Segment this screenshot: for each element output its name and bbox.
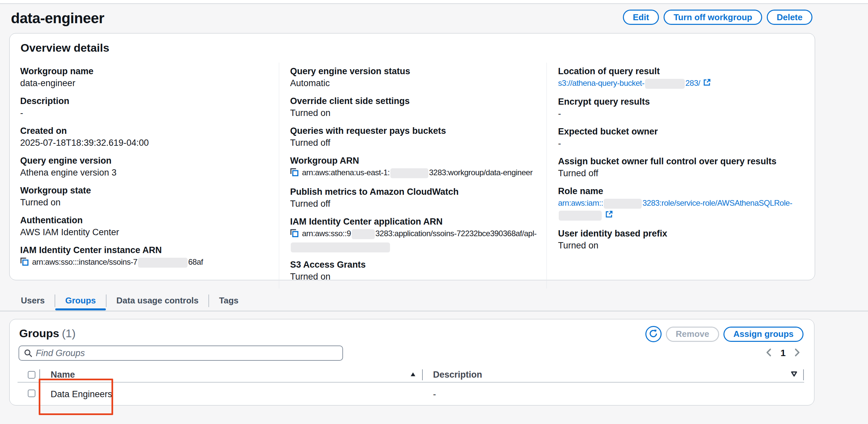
field-label: Description bbox=[20, 95, 266, 107]
field-label: Workgroup name bbox=[20, 65, 266, 77]
overview-field: Encrypt query results- bbox=[558, 96, 802, 120]
overview-field: Assign bucket owner full control over qu… bbox=[558, 156, 802, 179]
field-label: Created on bbox=[20, 125, 266, 137]
field-label: Override client side settings bbox=[290, 95, 533, 107]
value-text: AWS IAM Identity Center bbox=[20, 227, 119, 237]
value-text: 3283:application/ssoins-72232bce390368af… bbox=[375, 229, 536, 238]
external-link-icon bbox=[703, 78, 711, 90]
sort-descending-icon[interactable] bbox=[791, 371, 797, 378]
field-value: - bbox=[558, 108, 802, 120]
overview-field: S3 Access GrantsTurned on bbox=[290, 259, 533, 283]
value-text: 68af bbox=[188, 257, 203, 266]
redacted-text bbox=[138, 258, 188, 267]
overview-field: Location of query results3://athena-quer… bbox=[558, 65, 802, 90]
value-text: Turned on bbox=[20, 197, 61, 207]
chevron-left-icon bbox=[765, 348, 772, 358]
previous-page-button[interactable] bbox=[765, 348, 772, 358]
value-text: Turned on bbox=[290, 108, 331, 118]
groups-panel: Groups(1) Remove Assign groups bbox=[9, 319, 814, 405]
group-name-cell: Data Engineers bbox=[51, 384, 112, 404]
value-text: 2025-07-18T18:39:32.619-04:00 bbox=[20, 138, 149, 148]
field-value: Turned on bbox=[558, 239, 802, 251]
top-divider bbox=[0, 3, 868, 4]
field-value: Turned on bbox=[290, 107, 533, 119]
overview-details-card: Overview details Workgroup namedata-engi… bbox=[9, 33, 815, 280]
overview-field: Role namearn:aws:iam::3283:role/service-… bbox=[558, 185, 802, 222]
next-page-button[interactable] bbox=[794, 348, 801, 358]
value-text: - bbox=[558, 109, 561, 119]
field-value: arn:aws:sso::93283:application/ssoins-72… bbox=[290, 228, 533, 253]
field-label: IAM Identity Center instance ARN bbox=[20, 244, 266, 256]
value-text: Automatic bbox=[290, 78, 330, 88]
field-value: Athena engine version 3 bbox=[20, 167, 266, 178]
row-checkbox[interactable] bbox=[28, 390, 35, 397]
tab-tags[interactable]: Tags bbox=[209, 293, 248, 308]
redacted-text bbox=[352, 229, 375, 239]
overview-column-3: Location of query results3://athena-quer… bbox=[547, 63, 815, 288]
overview-field: Workgroup namedata-engineer bbox=[20, 65, 266, 89]
field-value: 2025-07-18T18:39:32.619-04:00 bbox=[20, 137, 266, 149]
redacted-text bbox=[559, 211, 602, 221]
value-text: 3283:role/service-role/AWSAthenaSQLRole- bbox=[642, 198, 792, 207]
field-label: Encrypt query results bbox=[558, 96, 802, 108]
overview-field: Query engine version statusAutomatic bbox=[290, 65, 533, 89]
find-groups-search[interactable] bbox=[19, 345, 343, 361]
field-value: arn:aws:sso:::instance/ssoins-768af bbox=[20, 256, 266, 269]
value-text: data-engineer bbox=[20, 78, 75, 88]
field-label: Assign bucket owner full control over qu… bbox=[558, 156, 802, 167]
copy-icon[interactable] bbox=[290, 168, 299, 180]
page-title: data-engineer bbox=[11, 10, 104, 27]
refresh-button[interactable] bbox=[645, 326, 661, 342]
delete-button[interactable]: Delete bbox=[767, 9, 812, 25]
field-value: Turned off bbox=[558, 167, 802, 179]
copy-icon[interactable] bbox=[20, 257, 29, 269]
field-value: Automatic bbox=[290, 77, 533, 89]
value-text: 283/ bbox=[685, 79, 700, 87]
redacted-text bbox=[604, 199, 642, 209]
field-label: User identity based prefix bbox=[558, 228, 802, 239]
group-description-cell: - bbox=[433, 384, 436, 404]
overview-field: Created on2025-07-18T18:39:32.619-04:00 bbox=[20, 125, 266, 149]
value-text: Turned off bbox=[558, 168, 598, 178]
groups-panel-title: Groups(1) bbox=[19, 326, 75, 340]
overview-field: IAM Identity Center application ARNarn:a… bbox=[290, 216, 533, 253]
field-label: Role name bbox=[558, 185, 802, 197]
field-label: S3 Access Grants bbox=[290, 259, 533, 271]
column-divider bbox=[39, 369, 40, 380]
field-value-link[interactable]: s3://athena-query-bucket-283/ bbox=[558, 77, 802, 90]
field-value-link[interactable]: arn:aws:iam::3283:role/service-role/AWSA… bbox=[558, 197, 802, 222]
top-strip bbox=[0, 0, 868, 3]
name-column-header[interactable]: Name bbox=[51, 367, 75, 382]
groups-title-text: Groups bbox=[19, 327, 59, 340]
value-text: - bbox=[558, 138, 561, 148]
overview-column-1: Workgroup namedata-engineerDescription-C… bbox=[9, 63, 279, 288]
column-divider[interactable] bbox=[803, 369, 804, 380]
value-text: Turned off bbox=[290, 199, 331, 209]
value-text: arn:aws:sso::9 bbox=[302, 229, 351, 238]
edit-button[interactable]: Edit bbox=[623, 9, 659, 25]
description-column-header[interactable]: Description bbox=[433, 367, 482, 382]
groups-table-header: Name Description bbox=[9, 367, 805, 383]
overview-title: Overview details bbox=[21, 41, 109, 54]
sort-ascending-icon[interactable] bbox=[410, 372, 416, 378]
redacted-text bbox=[291, 243, 390, 252]
value-text: arn:aws:iam:: bbox=[558, 198, 603, 207]
value-text: Turned off bbox=[290, 138, 331, 148]
assign-groups-button[interactable]: Assign groups bbox=[723, 327, 804, 342]
search-input[interactable] bbox=[36, 348, 338, 359]
select-all-checkbox[interactable] bbox=[28, 371, 35, 378]
remove-button[interactable]: Remove bbox=[666, 327, 719, 342]
copy-icon[interactable] bbox=[290, 229, 299, 241]
tab-data-usage-controls[interactable]: Data usage controls bbox=[106, 293, 209, 308]
value-text: arn:aws:athena:us-east-1: bbox=[302, 168, 390, 177]
tab-users[interactable]: Users bbox=[11, 293, 55, 308]
search-icon bbox=[24, 349, 32, 358]
field-label: Query engine version status bbox=[290, 65, 533, 77]
current-page[interactable]: 1 bbox=[780, 348, 786, 359]
value-text: arn:aws:sso:::instance/ssoins-7 bbox=[32, 257, 137, 266]
tab-groups[interactable]: Groups bbox=[55, 293, 105, 308]
turn-off-workgroup-button[interactable]: Turn off workgroup bbox=[663, 9, 762, 25]
value-text: - bbox=[20, 108, 23, 118]
column-divider[interactable] bbox=[422, 369, 423, 380]
field-label: IAM Identity Center application ARN bbox=[290, 216, 533, 228]
